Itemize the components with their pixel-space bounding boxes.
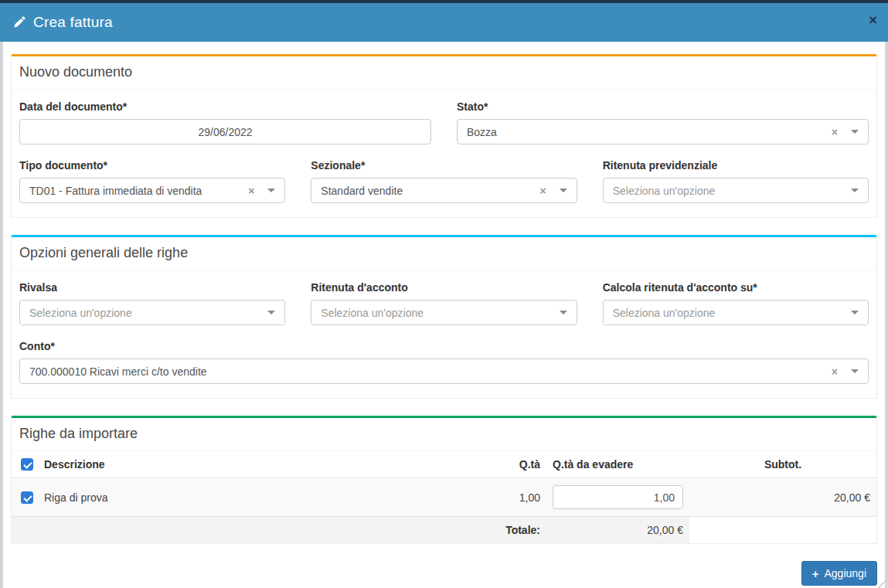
qta-da-evadere-header: Q.tà da evadere (546, 451, 689, 478)
chevron-down-icon (267, 311, 275, 314)
tipo-documento-selected-value: TD01 - Fattura immediata di vendita (29, 185, 248, 197)
chevron-down-icon (851, 369, 859, 373)
section-body: Descrizione Q.tà Q.tà da evadere Subtot. (12, 451, 876, 543)
table-row: Riga di prova 1,00 20,00 € (12, 478, 876, 517)
clear-icon[interactable]: × (248, 185, 254, 196)
clear-icon[interactable]: × (539, 185, 546, 196)
section-opzioni-righe: Opzioni generali delle righe Rivalsa Sel… (11, 235, 877, 399)
section-header: Opzioni generali delle righe (12, 237, 876, 270)
calcola-ritenuta-select[interactable]: Seleziona un'opzione (603, 300, 869, 325)
ritenuta-acconto-select[interactable]: Seleziona un'opzione (311, 300, 577, 325)
modal-title-text: Crea fattura (33, 14, 113, 31)
stato-selected-value: Bozza (467, 126, 832, 138)
sezionale-selected-value: Standard vendite (321, 185, 539, 197)
section-body: Data del documento* Stato* Bozza × (12, 90, 876, 217)
chevron-down-icon (851, 130, 859, 134)
ritenuta-previdenziale-select[interactable]: Seleziona un'opzione (603, 178, 869, 203)
plus-icon: + (812, 568, 819, 580)
pencil-icon (13, 16, 26, 29)
section-title: Righe da importare (19, 426, 869, 442)
modal-body: Nuovo documento Data del documento* Stat… (3, 42, 885, 588)
field-sezionale: Sezionale* Standard vendite × (311, 159, 577, 203)
field-ritenuta-previdenziale: Ritenuta previdenziale Seleziona un'opzi… (603, 159, 869, 203)
field-conto: Conto* 700.000010 Ricavi merci c/to vend… (19, 340, 869, 384)
chevron-down-icon (851, 311, 859, 314)
clear-icon[interactable]: × (832, 127, 838, 138)
rivalsa-placeholder: Seleziona un'opzione (29, 307, 267, 319)
chevron-down-icon (560, 311, 567, 314)
modal-header: Crea fattura × (0, 3, 888, 42)
section-title: Opzioni generali delle righe (19, 245, 869, 261)
subtot-header: Subtot. (689, 451, 876, 478)
chevron-down-icon (851, 189, 859, 192)
field-data-documento: Data del documento* (19, 100, 431, 144)
stato-select[interactable]: Bozza × (457, 119, 869, 144)
totale-value: 20,00 € (546, 517, 689, 544)
conto-selected-value: 700.000010 Ricavi merci c/to vendite (29, 365, 832, 378)
field-stato: Stato* Bozza × (457, 100, 869, 144)
descrizione-header: Descrizione (44, 458, 105, 471)
chevron-down-icon (267, 189, 275, 192)
table-header-row: Descrizione Q.tà Q.tà da evadere Subtot. (12, 451, 876, 478)
field-ritenuta-acconto: Ritenuta d'acconto Seleziona un'opzione (311, 281, 577, 325)
section-title: Nuovo documento (19, 64, 869, 80)
stato-label: Stato* (457, 100, 869, 113)
clear-icon[interactable]: × (832, 366, 838, 377)
field-calcola-ritenuta: Calcola ritenuta d'acconto su* Seleziona… (603, 281, 869, 325)
tipo-documento-select[interactable]: TD01 - Fattura immediata di vendita × (19, 178, 285, 203)
close-icon[interactable]: × (869, 12, 877, 27)
totale-label: Totale: (12, 517, 546, 544)
qta-da-evadere-input[interactable] (553, 485, 683, 509)
sezionale-select[interactable]: Standard vendite × (311, 178, 577, 203)
chevron-down-icon (560, 189, 567, 192)
ritenuta-acconto-label: Ritenuta d'acconto (311, 281, 577, 294)
data-documento-label: Data del documento* (19, 100, 431, 113)
row-descrizione: Riga di prova (44, 491, 108, 504)
modal-title: Crea fattura (13, 14, 113, 31)
ritenuta-acconto-placeholder: Seleziona un'opzione (321, 307, 559, 319)
crea-fattura-modal: Crea fattura × Nuovo documento Data del … (0, 0, 888, 588)
data-documento-input[interactable] (19, 119, 431, 144)
section-header: Nuovo documento (12, 56, 876, 90)
section-righe-da-importare: Righe da importare Descrizione (11, 416, 877, 544)
select-all-checkbox[interactable] (21, 458, 33, 471)
field-tipo-documento: Tipo documento* TD01 - Fattura immediata… (19, 159, 285, 203)
conto-label: Conto* (19, 340, 869, 352)
righe-table: Descrizione Q.tà Q.tà da evadere Subtot. (12, 451, 876, 543)
section-body: Rivalsa Seleziona un'opzione Ritenuta d'… (12, 270, 876, 398)
tipo-documento-label: Tipo documento* (19, 159, 285, 172)
calcola-ritenuta-label: Calcola ritenuta d'acconto su* (603, 281, 869, 294)
aggiungi-button-label: Aggiungi (825, 567, 867, 580)
ritenuta-previdenziale-placeholder: Seleziona un'opzione (613, 185, 851, 197)
aggiungi-button[interactable]: + Aggiungi (801, 561, 877, 586)
section-header: Righe da importare (12, 418, 876, 451)
row-subtot: 20,00 € (689, 478, 876, 517)
modal-footer-actions: + Aggiungi (11, 561, 877, 586)
row-checkbox[interactable] (21, 491, 33, 504)
footer-blank-cell (689, 517, 876, 544)
ritenuta-previdenziale-label: Ritenuta previdenziale (603, 159, 869, 172)
row-qta: 1,00 (486, 478, 546, 517)
sezionale-label: Sezionale* (311, 159, 577, 172)
calcola-ritenuta-placeholder: Seleziona un'opzione (613, 307, 851, 319)
field-rivalsa: Rivalsa Seleziona un'opzione (19, 281, 285, 325)
rivalsa-select[interactable]: Seleziona un'opzione (19, 300, 285, 325)
section-nuovo-documento: Nuovo documento Data del documento* Stat… (11, 54, 877, 218)
conto-select[interactable]: 700.000010 Ricavi merci c/to vendite × (19, 359, 869, 384)
rivalsa-label: Rivalsa (19, 281, 285, 294)
qta-header: Q.tà (486, 451, 546, 478)
table-footer-row: Totale: 20,00 € (12, 517, 876, 544)
